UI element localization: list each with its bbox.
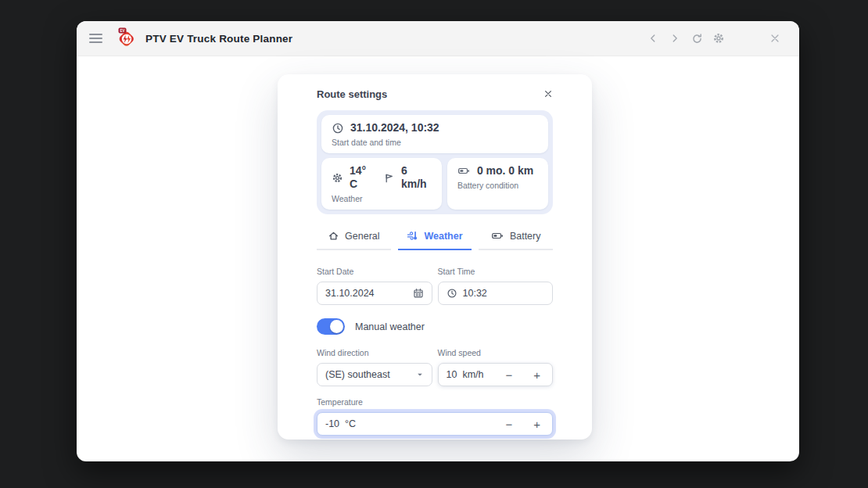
- wind-speed-label: Wind speed: [438, 348, 554, 357]
- weather-card-label: Weather: [332, 194, 432, 203]
- settings-icon[interactable]: [710, 30, 727, 47]
- tab-battery[interactable]: Battery: [479, 230, 553, 250]
- manual-weather-label: Manual weather: [355, 321, 425, 332]
- dialog-tabs: General Weather: [317, 230, 553, 250]
- clock-icon: [332, 122, 344, 135]
- calendar-icon[interactable]: [413, 288, 424, 299]
- start-datetime-card[interactable]: 31.10.2024, 10:32 Start date and time: [321, 115, 548, 153]
- temperature-decrement-button[interactable]: −: [503, 418, 515, 430]
- tab-general-label: General: [345, 231, 379, 242]
- summary-cards: 31.10.2024, 10:32 Start date and time 14…: [317, 110, 553, 214]
- manual-weather-toggle[interactable]: [317, 318, 345, 335]
- weather-card[interactable]: 14° C 6 km/h Weather: [321, 158, 442, 210]
- climate-icon: [407, 230, 418, 242]
- toggle-knob: [330, 320, 343, 333]
- wind-speed-input[interactable]: 10 km/h − +: [438, 363, 554, 386]
- start-time-label: Start Time: [438, 267, 554, 276]
- start-datetime-value: 31.10.2024, 10:32: [350, 121, 439, 135]
- wind-vane-icon: [383, 172, 395, 184]
- wind-direction-select[interactable]: (SE) southeast: [317, 363, 432, 386]
- wind-speed-increment-button[interactable]: +: [531, 369, 543, 381]
- wind-direction-label: Wind direction: [317, 348, 432, 357]
- start-datetime-label: Start date and time: [332, 138, 538, 147]
- start-date-value: 31.10.2024: [325, 288, 375, 299]
- refresh-icon[interactable]: [688, 30, 705, 47]
- wind-direction-value: (SE) southeast: [325, 369, 390, 380]
- wind-speed-unit: km/h: [462, 369, 483, 380]
- svg-text:EV: EV: [120, 29, 125, 33]
- weather-gear-icon: [332, 172, 343, 184]
- temperature-value: -10: [325, 418, 339, 429]
- app-title: PTV EV Truck Route Planner: [145, 33, 292, 45]
- battery-card-label: Battery condition: [457, 181, 538, 190]
- tab-general[interactable]: General: [317, 230, 391, 250]
- temperature-unit: °C: [345, 418, 356, 429]
- start-time-input[interactable]: 10:32: [438, 282, 554, 305]
- start-time-value: 10:32: [463, 288, 487, 299]
- weather-temp-value: 14° C: [350, 164, 374, 191]
- battery-card-value: 0 mo. 0 km: [477, 164, 533, 178]
- wind-speed-value: 10: [447, 369, 457, 380]
- battery-icon: [457, 165, 471, 177]
- tab-weather-label: Weather: [424, 231, 462, 242]
- dialog-close-icon[interactable]: [543, 89, 553, 99]
- temperature-increment-button[interactable]: +: [531, 418, 543, 430]
- menu-icon[interactable]: [89, 34, 102, 43]
- tab-battery-label: Battery: [510, 231, 541, 242]
- desktop-background: EV PTV EV Truck Route Planner: [0, 0, 868, 488]
- caret-down-icon: [416, 371, 424, 379]
- nav-forward-icon[interactable]: [666, 30, 683, 47]
- start-date-label: Start Date: [317, 267, 432, 276]
- dialog-title: Route settings: [317, 88, 387, 100]
- wind-speed-decrement-button[interactable]: −: [503, 369, 515, 381]
- weather-wind-value: 6 km/h: [401, 164, 432, 191]
- route-settings-dialog: Route settings 31.10.2024, 10:32 Start d…: [278, 74, 592, 440]
- app-logo: EV: [115, 27, 138, 50]
- home-icon: [328, 230, 339, 242]
- nav-back-icon[interactable]: [644, 30, 662, 47]
- window-close-icon[interactable]: [766, 30, 784, 47]
- clock-small-icon: [447, 288, 457, 299]
- battery-card[interactable]: 0 mo. 0 km Battery condition: [447, 158, 548, 210]
- start-date-input[interactable]: 31.10.2024: [317, 282, 432, 305]
- temperature-input[interactable]: -10 °C − +: [317, 412, 553, 436]
- app-header: EV PTV EV Truck Route Planner: [77, 21, 799, 56]
- temperature-label: Temperature: [317, 397, 553, 407]
- app-window: EV PTV EV Truck Route Planner: [77, 21, 799, 461]
- tab-weather[interactable]: Weather: [398, 230, 472, 250]
- battery-tab-icon: [491, 230, 504, 242]
